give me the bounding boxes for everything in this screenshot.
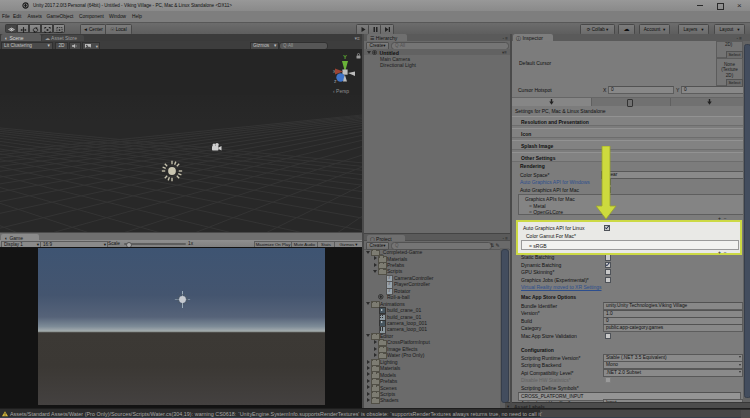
svg-text:Y: Y <box>343 54 347 60</box>
